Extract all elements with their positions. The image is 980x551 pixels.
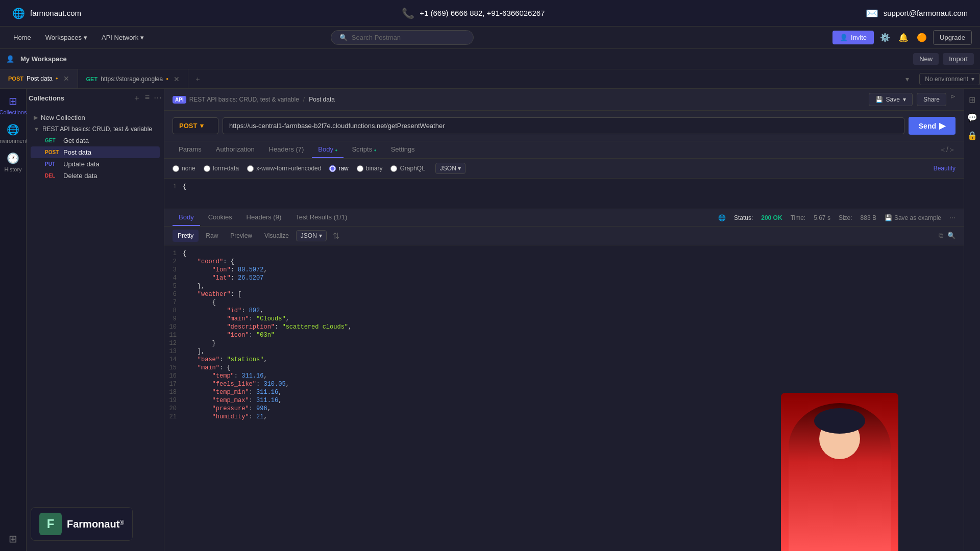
tab-scripts[interactable]: Scripts ● [346, 141, 382, 158]
add-collection-icon[interactable]: ＋ [133, 93, 141, 104]
body-none-option[interactable]: none [173, 165, 195, 172]
resp-tab-test-results[interactable]: Test Results (1/1) [289, 209, 353, 226]
body-editor[interactable]: 1 { [164, 179, 964, 209]
sidebar-del-data[interactable]: DEL Delete data [31, 170, 160, 182]
nav-workspaces[interactable]: Workspaces ▾ [40, 31, 92, 44]
tab-headers[interactable]: Headers (7) [263, 141, 310, 158]
response-status: 🌐 Status: 200 OK Time: 5.67 s Size: 883 … [718, 214, 955, 221]
body-options: none form-data x-www-form-urlencoded raw… [164, 159, 964, 179]
breadcrumb-api-icon: API REST API basics: CRUD, test & variab… [173, 96, 299, 104]
del-badge: DEL [45, 173, 60, 179]
farmonaut-logo-icon: F [39, 513, 62, 535]
status-value: 200 OK [761, 214, 782, 221]
tab-get-storage[interactable]: GET https://storage.googlea ● ✕ [78, 69, 189, 89]
body-line-1: 1 { [164, 183, 964, 191]
workspace-bar: 👤 My Workspace New Import [0, 49, 980, 69]
tab-close-icon-2[interactable]: ✕ [174, 75, 180, 83]
filter-icon[interactable]: ≡ [145, 93, 150, 104]
upgrade-button[interactable]: Upgrade [933, 30, 972, 45]
tab-post-data[interactable]: POST Post data ● ✕ [0, 69, 78, 89]
side-panel-icon[interactable]: ⊳ [950, 93, 955, 106]
size-label: Size: [839, 214, 852, 221]
body-form-data-option[interactable]: form-data [204, 165, 239, 172]
tabs-bar: POST Post data ● ✕ GET https://storage.g… [0, 69, 980, 89]
resp-tab-body[interactable]: Body [173, 209, 200, 226]
sidebar-item-environments[interactable]: 🌐 Environments [0, 123, 30, 144]
tabs-chevron-icon[interactable]: ▾ [905, 75, 909, 83]
right-panel-icon-2[interactable]: 💬 [967, 113, 977, 122]
method-selector[interactable]: POST ▾ [173, 117, 218, 134]
more-resp-icon[interactable]: ⋯ [949, 214, 955, 221]
banner-phone: 📞 +1 (669) 6666 882, +91-6366026267 [402, 7, 545, 19]
status-label: Status: [734, 214, 753, 221]
put-badge: PUT [45, 161, 60, 167]
nav-api-network[interactable]: API Network ▾ [96, 31, 149, 44]
resp-search-icon[interactable]: 🔍 [947, 232, 955, 240]
resp-tab-headers[interactable]: Headers (9) [240, 209, 288, 226]
tab-authorization[interactable]: Authorization [210, 141, 261, 158]
tab-body[interactable]: Body ● [312, 141, 344, 158]
save-example-button[interactable]: 💾 Save as example [885, 214, 941, 221]
bell-icon[interactable]: 🔔 [896, 31, 911, 44]
right-panel-icon-1[interactable]: ⊞ [969, 95, 975, 105]
sidebar-get-data[interactable]: GET Get data [31, 135, 160, 146]
resp-view-preview[interactable]: Preview [225, 230, 257, 242]
sidebar-icon-rail: ⊞ Collections 🌐 Environments 🕐 History ⊞ [0, 89, 27, 551]
json-format-selector[interactable]: JSON ▾ [435, 163, 465, 174]
invite-button[interactable]: 👤 Invite [832, 31, 874, 44]
beautify-button[interactable]: Beautify [934, 165, 955, 172]
right-panel-icon-3[interactable]: 🔒 [967, 131, 977, 140]
search-bar[interactable]: 🔍 Search Postman [331, 30, 474, 45]
save-chevron-icon: ▾ [903, 96, 906, 103]
resp-json-selector[interactable]: JSON ▾ [296, 230, 327, 241]
sidebar-item-collections[interactable]: ⊞ Collections [0, 95, 27, 115]
add-tab-button[interactable]: ＋ [188, 69, 207, 89]
tab-label-get: https://storage.googlea [101, 76, 163, 83]
resp-tab-cookies[interactable]: Cookies [202, 209, 238, 226]
chevron-down-icon: ▾ [84, 34, 87, 41]
environment-selector[interactable]: No environment ▾ [919, 73, 980, 85]
resp-view-raw[interactable]: Raw [201, 230, 223, 242]
resp-filter-icon[interactable]: ⇅ [333, 231, 339, 241]
resp-copy-icon[interactable]: ⧉ [939, 232, 943, 240]
sidebar-item-history[interactable]: 🕐 History [4, 152, 21, 172]
sidebar-header: Collections ＋ ≡ ⋯ [27, 89, 164, 108]
resp-view-visualize[interactable]: Visualize [259, 230, 294, 242]
new-collection-item[interactable]: ▶ New Collection [31, 112, 160, 123]
env-chevron-icon: ▾ [971, 76, 974, 83]
send-arrow-icon: ▶ [939, 121, 945, 131]
top-banner: 🌐 farmonaut.com 📞 +1 (669) 6666 882, +91… [0, 0, 980, 27]
main-layout: ⊞ Collections 🌐 Environments 🕐 History ⊞… [0, 89, 980, 551]
rest-api-collection[interactable]: ▼ REST API basics: CRUD, test & variable [31, 123, 160, 135]
sidebar-put-data[interactable]: PUT Update data [31, 158, 160, 170]
body-urlencoded-option[interactable]: x-www-form-urlencoded [247, 165, 321, 172]
nav-home[interactable]: Home [8, 31, 36, 44]
import-button[interactable]: Import [943, 53, 974, 65]
url-input[interactable] [223, 117, 904, 134]
new-button[interactable]: New [913, 53, 939, 65]
resp-view-pretty[interactable]: Pretty [173, 230, 199, 242]
save-button[interactable]: 💾 Save ▾ [869, 93, 913, 106]
body-graphql-option[interactable]: GraphQL [390, 165, 425, 172]
body-raw-option[interactable]: raw [329, 165, 348, 172]
request-tabs: Params Authorization Headers (7) Body ● … [164, 141, 964, 159]
tab-method-post: POST [8, 76, 23, 82]
tab-params[interactable]: Params [173, 141, 208, 158]
sidebar-item-apps[interactable]: ⊞ [9, 533, 17, 545]
tab-settings[interactable]: Settings [385, 141, 421, 158]
body-dot-icon: ● [335, 148, 338, 153]
globe-icon: 🌐 [12, 7, 25, 19]
send-button[interactable]: Send ▶ [909, 117, 955, 135]
sidebar-header-icons: ＋ ≡ ⋯ [133, 93, 162, 104]
email-icon: ✉️ [866, 7, 878, 19]
more-options-icon[interactable]: ⋯ [154, 93, 162, 104]
sidebar-post-data[interactable]: POST Post data [31, 146, 160, 158]
tab-close-icon[interactable]: ✕ [63, 74, 69, 83]
settings-icon[interactable]: ⚙️ [878, 31, 892, 44]
share-button[interactable]: Share [917, 93, 946, 106]
breadcrumb-separator: / [303, 96, 305, 103]
code-snippet-icon[interactable]: ＜/＞ [939, 145, 955, 155]
avatar-icon[interactable]: 🟠 [915, 31, 929, 44]
body-binary-option[interactable]: binary [357, 165, 383, 172]
sidebar-content: ▶ New Collection ▼ REST API basics: CRUD… [27, 108, 164, 551]
